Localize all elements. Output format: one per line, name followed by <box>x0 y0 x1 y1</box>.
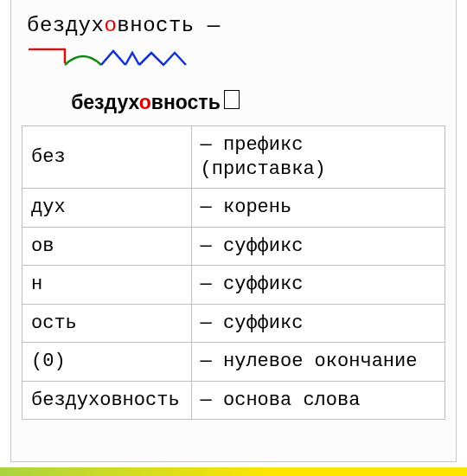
morph-post: вность <box>151 91 221 113</box>
morpheme-cell: ов <box>22 227 192 266</box>
headline-stress: о <box>104 14 117 37</box>
table-row: бездуховность — основа слова <box>22 381 445 420</box>
definition-cell: — корень <box>191 189 445 228</box>
table-row: н — суффикс <box>22 266 445 305</box>
headline-dash: — <box>195 14 221 37</box>
morpheme-cell: (0) <box>22 343 192 382</box>
morpheme-diagram: бездуховность <box>27 46 445 100</box>
card: бездуховность — бездуховность <box>10 0 457 462</box>
page: бездуховность — бездуховность <box>0 0 467 476</box>
definition-cell: — суффикс <box>191 304 445 343</box>
table-row: дух — корень <box>22 189 445 228</box>
zero-ending-box <box>224 90 240 109</box>
morpheme-cell: н <box>22 266 192 305</box>
headline-post: вность <box>117 14 194 37</box>
morpheme-word: бездуховность <box>27 67 240 138</box>
morpheme-cell: дух <box>22 189 192 228</box>
definition-cell: — суффикс <box>191 227 445 266</box>
morpheme-table: без — префикс (приставка) дух — корень о… <box>22 125 445 420</box>
morpheme-cell: бездуховность <box>22 381 192 420</box>
table-row: ов — суффикс <box>22 227 445 266</box>
table-row: (0) — нулевое окончание <box>22 343 445 382</box>
table-row: ость — суффикс <box>22 304 445 343</box>
footer-strip <box>0 467 467 476</box>
definition-cell: — суффикс <box>191 266 445 305</box>
definition-cell: — основа слова <box>191 381 445 420</box>
page-title: бездуховность — <box>27 14 445 37</box>
definition-cell: — нулевое окончание <box>191 343 445 382</box>
morph-pre: бездух <box>71 91 139 113</box>
morpheme-cell: ость <box>22 304 192 343</box>
headline-pre: бездух <box>27 14 104 37</box>
morph-stress: о <box>139 91 151 113</box>
